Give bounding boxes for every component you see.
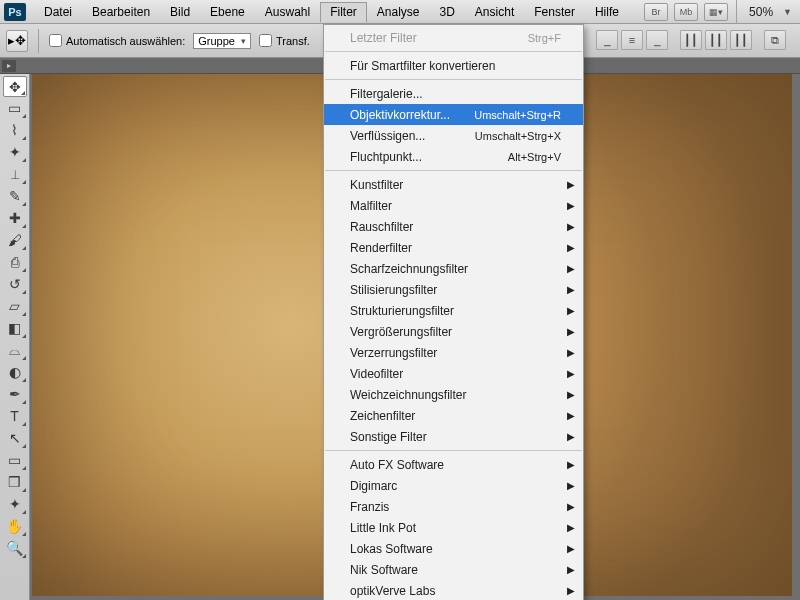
- tool-shape[interactable]: ▭: [3, 449, 27, 471]
- arrange-icon[interactable]: ⧉: [764, 30, 786, 50]
- auto-select-checkbox[interactable]: Automatisch auswählen:: [49, 34, 185, 47]
- chevron-right-icon: ▶: [567, 410, 575, 421]
- tool-lasso[interactable]: ⌇: [3, 119, 27, 141]
- chevron-right-icon: ▶: [567, 305, 575, 316]
- transform-checkbox[interactable]: Transf.: [259, 34, 310, 47]
- menu-item[interactable]: Nik Software▶: [324, 559, 583, 580]
- tool-eraser[interactable]: ▱: [3, 295, 27, 317]
- tool-history[interactable]: ↺: [3, 273, 27, 295]
- chevron-right-icon: ▶: [567, 585, 575, 596]
- auto-select-dropdown[interactable]: Gruppe▾: [193, 33, 251, 49]
- menu-analyse[interactable]: Analyse: [367, 2, 430, 22]
- menu-item[interactable]: Lokas Software▶: [324, 538, 583, 559]
- tool-3d[interactable]: ❒: [3, 471, 27, 493]
- chevron-right-icon: ▶: [567, 242, 575, 253]
- tool-heal[interactable]: ✚: [3, 207, 27, 229]
- menubar: Ps DateiBearbeitenBildEbeneAuswahlFilter…: [0, 0, 800, 24]
- menu-item[interactable]: Rauschfilter▶: [324, 216, 583, 237]
- chevron-right-icon: ▶: [567, 263, 575, 274]
- tool-path[interactable]: ↖: [3, 427, 27, 449]
- tool-brush[interactable]: 🖌: [3, 229, 27, 251]
- chevron-right-icon: ▶: [567, 347, 575, 358]
- menu-datei[interactable]: Datei: [34, 2, 82, 22]
- menu-item[interactable]: Sonstige Filter▶: [324, 426, 583, 447]
- menu-item[interactable]: Filtergalerie...: [324, 83, 583, 104]
- tool-3dcam[interactable]: ✦: [3, 493, 27, 515]
- tool-marquee[interactable]: ▭: [3, 97, 27, 119]
- menu-auswahl[interactable]: Auswahl: [255, 2, 320, 22]
- tool-zoom[interactable]: 🔍: [3, 537, 27, 559]
- tool-eyedrop[interactable]: ✎: [3, 185, 27, 207]
- menu-bearbeiten[interactable]: Bearbeiten: [82, 2, 160, 22]
- screenmode-button[interactable]: ▦▾: [704, 3, 728, 21]
- menu-item[interactable]: Videofilter▶: [324, 363, 583, 384]
- tool-move[interactable]: ✥: [3, 76, 27, 97]
- menu-item[interactable]: Renderfilter▶: [324, 237, 583, 258]
- menu-bild[interactable]: Bild: [160, 2, 200, 22]
- menu-item[interactable]: Weichzeichnungsfilter▶: [324, 384, 583, 405]
- menu-item: Letzter FilterStrg+F: [324, 27, 583, 48]
- menu-ebene[interactable]: Ebene: [200, 2, 255, 22]
- menu-item[interactable]: Kunstfilter▶: [324, 174, 583, 195]
- chevron-right-icon: ▶: [567, 200, 575, 211]
- tool-pen[interactable]: ✒: [3, 383, 27, 405]
- chevron-right-icon: ▶: [567, 389, 575, 400]
- menu-item[interactable]: Zeichenfilter▶: [324, 405, 583, 426]
- menu-item[interactable]: Objektivkorrektur...Umschalt+Strg+R: [324, 104, 583, 125]
- menu-item[interactable]: optikVerve Labs▶: [324, 580, 583, 600]
- align-icons: ⎯ ≡ ⎯ ┃┃ ┃┃ ┃┃ ⧉: [596, 30, 786, 50]
- bridge-button[interactable]: Br: [644, 3, 668, 21]
- align-icon[interactable]: ⎯: [596, 30, 618, 50]
- chevron-right-icon: ▶: [567, 459, 575, 470]
- menu-item[interactable]: Verzerrungsfilter▶: [324, 342, 583, 363]
- menu-item[interactable]: Digimarc▶: [324, 475, 583, 496]
- menu-item[interactable]: Malfilter▶: [324, 195, 583, 216]
- chevron-right-icon: ▶: [567, 480, 575, 491]
- menu-item[interactable]: Verflüssigen...Umschalt+Strg+X: [324, 125, 583, 146]
- chevron-right-icon: ▶: [567, 284, 575, 295]
- menu-item[interactable]: Vergrößerungsfilter▶: [324, 321, 583, 342]
- distribute-icon[interactable]: ┃┃: [680, 30, 702, 50]
- chevron-down-icon[interactable]: ▼: [783, 7, 792, 17]
- chevron-right-icon: ▶: [567, 543, 575, 554]
- menu-ansicht[interactable]: Ansicht: [465, 2, 524, 22]
- align-icon[interactable]: ⎯: [646, 30, 668, 50]
- menu-item[interactable]: Strukturierungsfilter▶: [324, 300, 583, 321]
- active-tool-icon[interactable]: ▸✥: [6, 30, 28, 52]
- tool-crop[interactable]: ⟂: [3, 163, 27, 185]
- menu-item[interactable]: Auto FX Software▶: [324, 454, 583, 475]
- tab-expand-icon[interactable]: ▸: [2, 60, 16, 72]
- menu-item[interactable]: Franzis▶: [324, 496, 583, 517]
- filter-menu-dropdown: Letzter FilterStrg+FFür Smartfilter konv…: [323, 24, 584, 600]
- menubar-right: Br Mb ▦▾ 50% ▼: [644, 0, 796, 24]
- menu-item[interactable]: Little Ink Pot▶: [324, 517, 583, 538]
- tool-blur[interactable]: ⌓: [3, 339, 27, 361]
- tool-hand[interactable]: ✋: [3, 515, 27, 537]
- menu-item[interactable]: Stilisierungsfilter▶: [324, 279, 583, 300]
- auto-select-label: Automatisch auswählen:: [66, 35, 185, 47]
- tool-type[interactable]: T: [3, 405, 27, 427]
- menu-fenster[interactable]: Fenster: [524, 2, 585, 22]
- menu-separator: [325, 51, 582, 52]
- tool-gradient[interactable]: ◧: [3, 317, 27, 339]
- toolbox: ✥▭⌇✦⟂✎✚🖌⎙↺▱◧⌓◐✒T↖▭❒✦✋🔍: [0, 74, 30, 600]
- menu-item[interactable]: Fluchtpunkt...Alt+Strg+V: [324, 146, 583, 167]
- align-icon[interactable]: ≡: [621, 30, 643, 50]
- menu-item[interactable]: Für Smartfilter konvertieren: [324, 55, 583, 76]
- menu-separator: [325, 170, 582, 171]
- minibridge-button[interactable]: Mb: [674, 3, 698, 21]
- tool-wand[interactable]: ✦: [3, 141, 27, 163]
- tool-dodge[interactable]: ◐: [3, 361, 27, 383]
- distribute-icon[interactable]: ┃┃: [705, 30, 727, 50]
- menu-hilfe[interactable]: Hilfe: [585, 2, 629, 22]
- distribute-icon[interactable]: ┃┃: [730, 30, 752, 50]
- tool-stamp[interactable]: ⎙: [3, 251, 27, 273]
- menu-separator: [325, 79, 582, 80]
- chevron-right-icon: ▶: [567, 564, 575, 575]
- chevron-right-icon: ▶: [567, 179, 575, 190]
- menu-filter[interactable]: Filter: [320, 2, 367, 22]
- menu-3d[interactable]: 3D: [430, 2, 465, 22]
- zoom-level[interactable]: 50%: [745, 5, 777, 19]
- menu-item[interactable]: Scharfzeichnungsfilter▶: [324, 258, 583, 279]
- chevron-right-icon: ▶: [567, 431, 575, 442]
